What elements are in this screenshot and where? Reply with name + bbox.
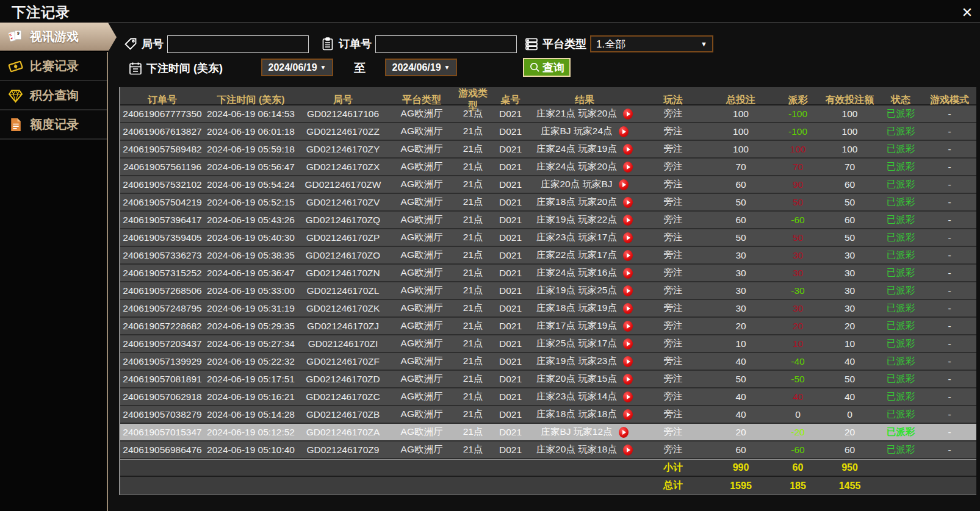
table-row[interactable]: 2406190573362732024-06-19 05:38:35GD0212… bbox=[120, 247, 976, 265]
play-video-icon[interactable] bbox=[623, 144, 633, 155]
status-cell: 已派彩 bbox=[879, 302, 923, 315]
platform-list-icon bbox=[524, 37, 539, 51]
platform-cell: AG欧洲厅 bbox=[389, 355, 455, 368]
sidebar-item-points-query[interactable]: 积分查询 bbox=[0, 81, 107, 110]
payout-sum: 185 bbox=[775, 481, 821, 491]
platform-cell: AG欧洲厅 bbox=[389, 231, 455, 244]
play-video-icon[interactable] bbox=[623, 268, 633, 279]
table-row[interactable]: 2406190676138272024-06-19 06:01:18GD0212… bbox=[120, 123, 976, 141]
calendar-icon bbox=[128, 61, 143, 76]
table-row[interactable]: 2406190677773502024-06-19 06:14:53GD0212… bbox=[120, 105, 976, 123]
play-video-icon[interactable] bbox=[623, 356, 633, 367]
table-row[interactable]: 2406190572034372024-06-19 05:27:34GD0212… bbox=[120, 335, 976, 353]
platform-cell: AG欧洲厅 bbox=[389, 320, 455, 332]
play-video-icon[interactable] bbox=[623, 374, 633, 385]
result-cell: 庄家20点 玩家BJ bbox=[530, 178, 640, 191]
table-row[interactable]: 2406190570382792024-06-19 05:14:28GD0212… bbox=[120, 406, 976, 424]
date-to-picker[interactable]: 2024/06/19 ▼ bbox=[385, 59, 457, 76]
platform-select[interactable]: 1.全部 ▼ bbox=[590, 35, 713, 52]
play-video-icon[interactable] bbox=[623, 197, 633, 208]
game-mode-cell: - bbox=[923, 162, 976, 173]
round-no-cell: GD021246170ZQ bbox=[297, 215, 389, 226]
table-row[interactable]: 2406190573152522024-06-19 05:36:47GD0212… bbox=[120, 265, 976, 282]
bet-time-cell: 2024-06-19 05:43:26 bbox=[204, 215, 297, 226]
payout-cell: -60 bbox=[775, 215, 821, 226]
platform-cell: AG欧洲厅 bbox=[389, 443, 455, 456]
sidebar-item-video-games[interactable]: K ♥ 9 视讯游戏 bbox=[0, 23, 117, 52]
play-video-icon[interactable] bbox=[623, 109, 633, 120]
order-no-cell: 240619057315252 bbox=[120, 268, 204, 279]
valid-bet-cell: 50 bbox=[821, 232, 879, 243]
play-video-icon[interactable] bbox=[619, 427, 629, 438]
result-text: 庄家24点 玩家19点 bbox=[536, 143, 617, 155]
payout-cell: 100 bbox=[775, 144, 821, 155]
platform-cell: AG欧洲厅 bbox=[389, 160, 455, 173]
round-no-cell: GD021246170ZO bbox=[297, 250, 389, 261]
sidebar-item-quota-records[interactable]: 额度记录 bbox=[0, 110, 107, 140]
game-mode-cell: - bbox=[923, 445, 976, 456]
order-no-cell: 240619057139929 bbox=[120, 356, 204, 367]
platform-cell: AG欧洲厅 bbox=[389, 213, 455, 226]
table-row[interactable]: 2406190569864762024-06-19 05:10:40GD0212… bbox=[120, 441, 976, 459]
play-video-icon[interactable] bbox=[623, 409, 633, 420]
game-mode-cell: - bbox=[923, 179, 976, 190]
date-from-picker[interactable]: 2024/06/19 ▼ bbox=[261, 59, 333, 76]
play-video-icon[interactable] bbox=[623, 232, 633, 243]
sidebar-item-match-records[interactable]: 比赛记录 bbox=[0, 52, 107, 81]
clipboard-icon bbox=[320, 37, 335, 51]
table-row[interactable]: 2406190572487952024-06-19 05:31:19GD0212… bbox=[120, 300, 976, 318]
play-video-icon[interactable] bbox=[619, 179, 629, 190]
game-mode-cell: - bbox=[923, 215, 976, 226]
play-video-icon[interactable] bbox=[623, 250, 633, 261]
valid-bet-sum: 950 bbox=[821, 462, 879, 473]
order-filter-label: 订单号 bbox=[339, 37, 372, 51]
close-icon[interactable]: ✕ bbox=[959, 5, 975, 21]
play-video-icon[interactable] bbox=[623, 338, 633, 349]
order-no-cell: 240619057081891 bbox=[120, 374, 204, 385]
table-row[interactable]: 2406190575611962024-06-19 05:56:47GD0212… bbox=[120, 159, 976, 176]
platform-cell: AG欧洲厅 bbox=[389, 196, 455, 209]
play-video-icon[interactable] bbox=[619, 126, 629, 137]
play-type-cell: 旁注 bbox=[640, 160, 707, 173]
valid-bet-cell: 100 bbox=[821, 126, 879, 137]
table-row[interactable]: 2406190575894822024-06-19 05:59:18GD0212… bbox=[120, 141, 976, 159]
play-video-icon[interactable] bbox=[623, 162, 633, 173]
table-row[interactable]: 2406190573594052024-06-19 05:40:30GD0212… bbox=[120, 229, 976, 247]
platform-cell: AG欧洲厅 bbox=[389, 143, 455, 155]
round-input[interactable] bbox=[167, 35, 309, 53]
round-no-cell: GD021246170ZF bbox=[297, 356, 389, 367]
play-video-icon[interactable] bbox=[623, 215, 633, 226]
payout-cell: 50 bbox=[775, 197, 821, 208]
column-header: 局号 bbox=[297, 94, 389, 107]
table-row[interactable]: 2406190572286822024-06-19 05:29:35GD0212… bbox=[120, 318, 976, 335]
play-video-icon[interactable] bbox=[623, 303, 633, 314]
play-video-icon[interactable] bbox=[623, 321, 633, 332]
status-cell: 已派彩 bbox=[879, 125, 923, 138]
table-row[interactable]: 2406190570153472024-06-19 05:12:52GD0212… bbox=[120, 424, 976, 441]
date-from-value: 2024/06/19 bbox=[268, 62, 317, 73]
order-no-cell: 240619057203437 bbox=[120, 338, 204, 349]
result-text: 庄家20点 玩家BJ bbox=[541, 178, 612, 191]
game-type-cell: 21点 bbox=[455, 426, 491, 438]
table-row[interactable]: 2406190575321022024-06-19 05:54:24GD0212… bbox=[120, 176, 976, 194]
valid-bet-cell: 70 bbox=[821, 162, 879, 173]
table-row[interactable]: 2406190575042192024-06-19 05:52:15GD0212… bbox=[120, 194, 976, 212]
play-video-icon[interactable] bbox=[623, 391, 633, 402]
table-row[interactable]: 2406190571399292024-06-19 05:22:32GD0212… bbox=[120, 353, 976, 371]
total-bet-cell: 40 bbox=[707, 391, 775, 402]
table-row[interactable]: 2406190570629182024-06-19 05:16:21GD0212… bbox=[120, 388, 976, 406]
total-bet-cell: 100 bbox=[707, 144, 775, 155]
play-video-icon[interactable] bbox=[623, 445, 633, 456]
table-row[interactable]: 2406190572685062024-06-19 05:33:00GD0212… bbox=[120, 282, 976, 300]
table-row[interactable]: 2406190570818912024-06-19 05:17:51GD0212… bbox=[120, 371, 976, 388]
query-button[interactable]: 查询 bbox=[523, 58, 571, 77]
table-no-cell: D021 bbox=[491, 215, 530, 226]
platform-cell: AG欧洲厅 bbox=[389, 302, 455, 315]
platform-cell: AG欧洲厅 bbox=[389, 373, 455, 385]
play-type-cell: 旁注 bbox=[640, 249, 707, 262]
play-type-cell: 旁注 bbox=[640, 373, 707, 385]
game-type-cell: 21点 bbox=[455, 125, 491, 138]
order-input[interactable] bbox=[375, 35, 517, 53]
table-row[interactable]: 2406190573964172024-06-19 05:43:26GD0212… bbox=[120, 212, 976, 229]
play-video-icon[interactable] bbox=[623, 285, 633, 296]
